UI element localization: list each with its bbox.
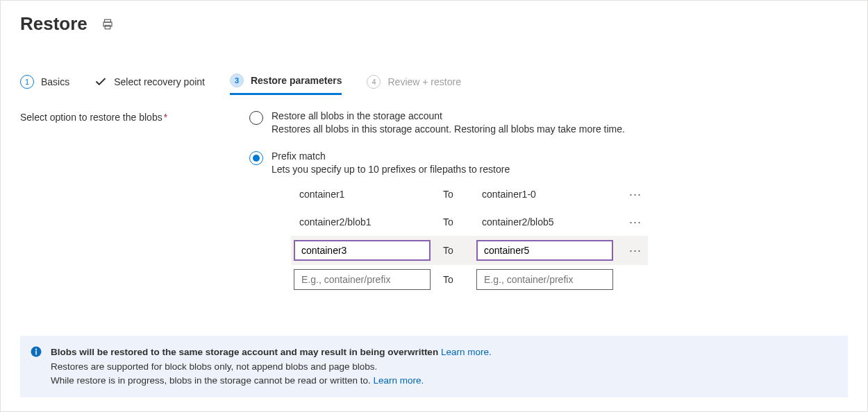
step-number-icon: 1	[20, 75, 34, 89]
prefix-to: container2/blob5	[476, 212, 613, 232]
prefix-to-label: To	[443, 216, 464, 228]
option-label: Select option to restore the blobs*	[20, 110, 222, 123]
tab-select-recovery-point[interactable]: Select recovery point	[94, 76, 205, 94]
info-banner: Blobs will be restored to the same stora…	[20, 336, 848, 397]
option-prefix-match[interactable]: Prefix match Lets you specify up to 10 p…	[249, 151, 819, 295]
prefix-from: container1	[294, 184, 431, 204]
prefix-to-input[interactable]	[476, 269, 613, 290]
step-number-icon: 4	[367, 75, 381, 89]
option-title: Prefix match	[272, 151, 645, 162]
prefix-to: container1-0	[476, 184, 613, 204]
banner-line3: While restore is in progress, blobs in t…	[51, 375, 373, 386]
tab-label: Restore parameters	[251, 75, 342, 86]
option-description: Restores all blobs in this storage accou…	[272, 123, 625, 137]
tab-label: Select recovery point	[114, 76, 205, 87]
banner-line1: Blobs will be restored to the same stora…	[51, 347, 438, 357]
step-number-icon: 3	[230, 74, 244, 87]
print-icon[interactable]	[101, 18, 114, 31]
radio-prefix-match[interactable]	[249, 151, 263, 165]
prefix-row: container1 To container1-0 ···	[294, 180, 645, 208]
prefix-to-input[interactable]	[476, 240, 613, 261]
option-title: Restore all blobs in the storage account	[272, 110, 625, 121]
option-restore-all[interactable]: Restore all blobs in the storage account…	[249, 110, 819, 137]
prefix-to-label: To	[443, 245, 464, 256]
more-actions-icon[interactable]: ···	[626, 243, 645, 258]
learn-more-link[interactable]: Learn more.	[441, 347, 492, 357]
more-actions-icon[interactable]: ···	[626, 187, 645, 202]
prefix-from: container2/blob1	[294, 212, 431, 232]
banner-line2: Restores are supported for block blobs o…	[51, 360, 837, 374]
prefix-table: container1 To container1-0 ··· container…	[294, 180, 645, 294]
checkmark-icon	[94, 76, 107, 88]
tab-restore-parameters[interactable]: 3 Restore parameters	[230, 74, 342, 95]
prefix-to-label: To	[443, 274, 464, 285]
svg-rect-5	[35, 351, 37, 355]
prefix-row: container2/blob1 To container2/blob5 ···	[294, 208, 645, 236]
prefix-row-empty: To	[294, 265, 645, 294]
tab-review-restore: 4 Review + restore	[367, 75, 460, 94]
info-icon	[30, 345, 42, 358]
wizard-tabs: 1 Basics Select recovery point 3 Restore…	[20, 74, 848, 95]
more-actions-icon[interactable]: ···	[626, 215, 645, 230]
svg-rect-2	[105, 25, 110, 28]
prefix-from-input[interactable]	[294, 240, 431, 261]
tab-basics[interactable]: 1 Basics	[20, 75, 69, 94]
tab-label: Basics	[41, 76, 69, 87]
prefix-row-active: To ···	[291, 236, 648, 265]
tab-label: Review + restore	[387, 76, 460, 87]
required-indicator: *	[164, 112, 167, 123]
svg-point-4	[35, 349, 37, 350]
learn-more-link[interactable]: Learn more.	[373, 375, 424, 386]
option-description: Lets you specify up to 10 prefixes or fi…	[272, 163, 645, 177]
prefix-from-input[interactable]	[294, 269, 431, 290]
page-title: Restore	[20, 13, 87, 35]
prefix-to-label: To	[443, 189, 464, 200]
radio-restore-all[interactable]	[249, 111, 263, 125]
page-header: Restore	[20, 13, 848, 35]
